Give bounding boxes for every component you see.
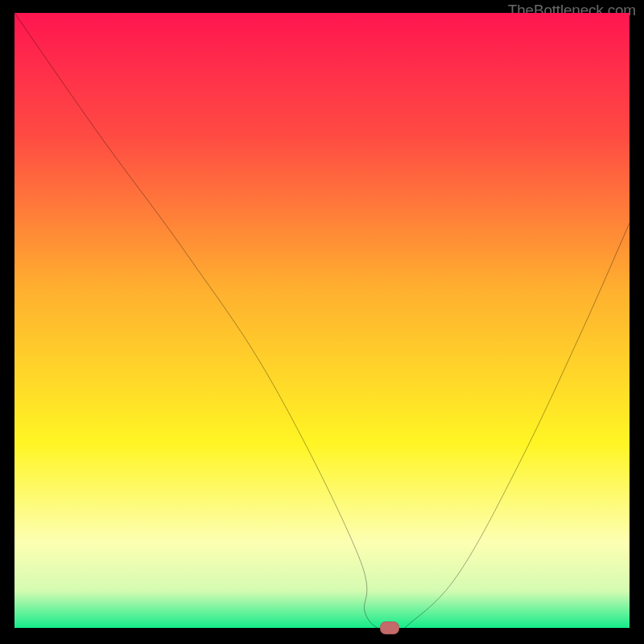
optimal-marker-icon: [380, 621, 399, 634]
plot-area: [14, 13, 630, 631]
chart-canvas: TheBottleneck.com: [0, 0, 644, 644]
bottleneck-curve: [14, 13, 630, 631]
